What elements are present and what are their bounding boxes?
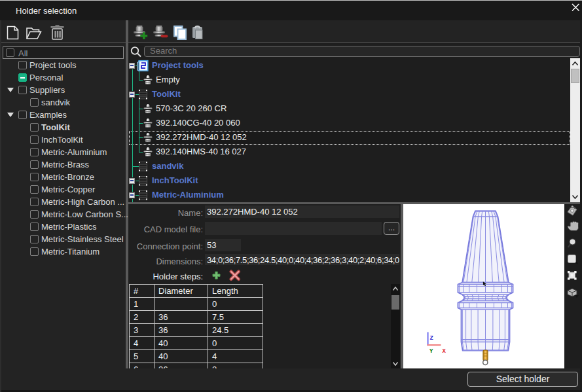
svg-text:Y: Y (429, 348, 433, 355)
svg-text:Z: Z (430, 335, 433, 342)
svg-text:X: X (443, 348, 446, 355)
